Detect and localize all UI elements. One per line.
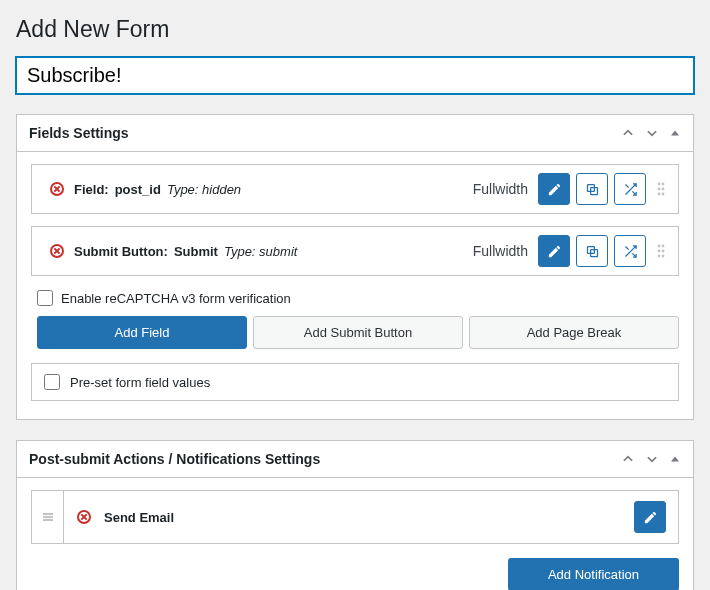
chevron-down-icon[interactable] (645, 126, 659, 140)
edit-button[interactable] (634, 501, 666, 533)
add-submit-button[interactable]: Add Submit Button (253, 316, 463, 349)
svg-point-15 (658, 250, 661, 253)
field-name: post_id (115, 182, 161, 197)
collapse-icon[interactable] (669, 127, 681, 139)
svg-point-6 (658, 188, 661, 191)
preset-label: Pre-set form field values (70, 375, 210, 390)
drag-handle-icon[interactable] (654, 182, 668, 196)
chevron-down-icon[interactable] (645, 452, 659, 466)
add-field-button[interactable]: Add Field (37, 316, 247, 349)
panel-controls (621, 452, 681, 466)
field-name: Submit (174, 244, 218, 259)
add-notification-button[interactable]: Add Notification (508, 558, 679, 590)
fields-settings-panel: Fields Settings Field: post_id Type: hid… (16, 114, 694, 420)
svg-marker-0 (671, 131, 679, 136)
svg-point-17 (658, 255, 661, 258)
edit-button[interactable] (538, 235, 570, 267)
drag-handle-icon[interactable] (32, 491, 64, 543)
panel-header: Post-submit Actions / Notifications Sett… (17, 441, 693, 478)
svg-marker-19 (671, 457, 679, 462)
field-prefix: Submit Button: (74, 244, 168, 259)
action-row: Send Email (31, 490, 679, 544)
svg-point-4 (658, 183, 661, 186)
drag-handle-icon[interactable] (654, 244, 668, 258)
add-pagebreak-button[interactable]: Add Page Break (469, 316, 679, 349)
preset-row[interactable]: Pre-set form field values (31, 363, 679, 401)
collapse-icon[interactable] (669, 453, 681, 465)
copy-button[interactable] (576, 173, 608, 205)
preset-checkbox[interactable] (44, 374, 60, 390)
panel-title: Post-submit Actions / Notifications Sett… (29, 451, 320, 467)
delete-icon[interactable] (46, 181, 68, 197)
svg-point-18 (662, 255, 665, 258)
shuffle-button[interactable] (614, 235, 646, 267)
delete-icon[interactable] (76, 509, 92, 525)
form-title-input[interactable] (16, 57, 694, 94)
field-width: Fullwidth (473, 243, 528, 259)
chevron-up-icon[interactable] (621, 126, 635, 140)
field-type: Type: hidden (167, 182, 241, 197)
shuffle-button[interactable] (614, 173, 646, 205)
panel-body: Field: post_id Type: hidden Fullwidth Su… (17, 152, 693, 419)
field-buttons: Add Field Add Submit Button Add Page Bre… (37, 316, 679, 349)
panel-body: Send Email Add Notification (17, 478, 693, 590)
recaptcha-checkbox[interactable] (37, 290, 53, 306)
panel-header: Fields Settings (17, 115, 693, 152)
svg-point-16 (662, 250, 665, 253)
svg-point-9 (662, 193, 665, 196)
panel-controls (621, 126, 681, 140)
svg-point-5 (662, 183, 665, 186)
delete-icon[interactable] (46, 243, 68, 259)
copy-button[interactable] (576, 235, 608, 267)
panel-title: Fields Settings (29, 125, 129, 141)
chevron-up-icon[interactable] (621, 452, 635, 466)
recaptcha-checkbox-row[interactable]: Enable reCAPTCHA v3 form verification (31, 288, 679, 308)
svg-point-7 (662, 188, 665, 191)
svg-point-13 (658, 245, 661, 248)
actions-panel: Post-submit Actions / Notifications Sett… (16, 440, 694, 590)
action-label: Send Email (104, 510, 174, 525)
page-title: Add New Form (16, 16, 694, 43)
recaptcha-label: Enable reCAPTCHA v3 form verification (61, 291, 291, 306)
svg-point-14 (662, 245, 665, 248)
field-row: Field: post_id Type: hidden Fullwidth (31, 164, 679, 214)
field-type: Type: submit (224, 244, 297, 259)
field-row: Submit Button: Submit Type: submit Fullw… (31, 226, 679, 276)
svg-point-8 (658, 193, 661, 196)
edit-button[interactable] (538, 173, 570, 205)
field-width: Fullwidth (473, 181, 528, 197)
field-prefix: Field: (74, 182, 109, 197)
